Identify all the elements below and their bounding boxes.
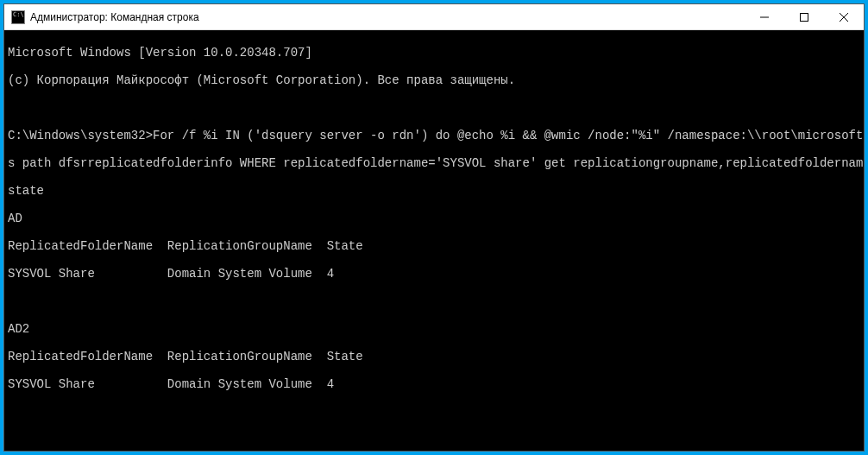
cmd-icon bbox=[11, 10, 25, 24]
server-name: AD bbox=[8, 212, 860, 225]
command-line-cont: state bbox=[8, 184, 860, 198]
window-title: Администратор: Командная строка bbox=[30, 11, 745, 23]
svg-rect-1 bbox=[801, 13, 808, 21]
blank-line bbox=[8, 294, 860, 308]
close-icon bbox=[840, 13, 848, 22]
terminal-output[interactable]: Microsoft Windows [Version 10.0.20348.70… bbox=[4, 30, 864, 451]
table-row: SYSVOL Share Domain System Volume 4 bbox=[8, 377, 860, 391]
blank-line bbox=[8, 433, 860, 446]
server-name: AD2 bbox=[8, 322, 860, 336]
table-header: ReplicatedFolderName ReplicationGroupNam… bbox=[8, 350, 860, 363]
command-prompt-window: Администратор: Командная строка Microsof… bbox=[3, 3, 865, 452]
table-row: SYSVOL Share Domain System Volume 4 bbox=[8, 267, 860, 281]
blank-line bbox=[8, 405, 860, 419]
maximize-button[interactable] bbox=[784, 4, 824, 29]
blank-line bbox=[8, 101, 860, 115]
command-line-cont: s path dfsrreplicatedfolderinfo WHERE re… bbox=[8, 156, 860, 170]
prompt: C:\Windows\system32> bbox=[8, 129, 153, 142]
close-button[interactable] bbox=[824, 4, 864, 29]
maximize-icon bbox=[800, 13, 808, 22]
version-line: Microsoft Windows [Version 10.0.20348.70… bbox=[8, 46, 860, 60]
window-controls bbox=[745, 4, 864, 29]
command-text: For /f %i IN ('dsquery server -o rdn') d… bbox=[153, 129, 864, 142]
copyright-line: (c) Корпорация Майкрософт (Microsoft Cor… bbox=[8, 73, 860, 87]
titlebar[interactable]: Администратор: Командная строка bbox=[4, 4, 864, 30]
table-header: ReplicatedFolderName ReplicationGroupNam… bbox=[8, 239, 860, 253]
command-line: C:\Windows\system32>For /f %i IN ('dsque… bbox=[8, 129, 860, 142]
minimize-button[interactable] bbox=[745, 4, 784, 29]
minimize-icon bbox=[760, 13, 769, 22]
